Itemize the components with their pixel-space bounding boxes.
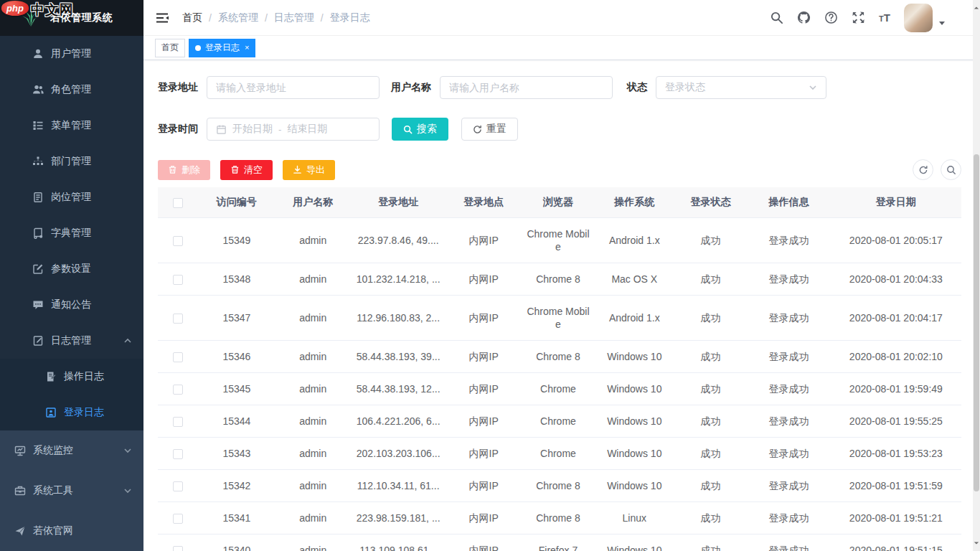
sidebar-item-notice[interactable]: 通知公告	[0, 287, 143, 323]
user-name-group: 用户名称	[391, 76, 613, 99]
sidebar-item-dict-mgmt[interactable]: 字典管理	[0, 215, 143, 251]
search-button[interactable]: 搜索	[392, 118, 448, 141]
row-checkbox[interactable]	[173, 449, 183, 459]
breadcrumb-home[interactable]: 首页	[182, 11, 202, 24]
row-checkbox[interactable]	[173, 352, 183, 362]
table-toolbar: 删除 清空 导出	[158, 159, 961, 180]
filter-row-2: 登录时间 开始日期 - 结束日期 搜索 重置	[158, 118, 961, 141]
row-checkbox[interactable]	[173, 514, 183, 524]
clear-button-label: 清空	[244, 164, 263, 176]
row-checkbox[interactable]	[173, 546, 183, 551]
cell-browser: Chrome 8	[522, 469, 594, 501]
fullscreen-icon[interactable]	[852, 11, 865, 24]
cell-login-location: 内网IP	[446, 372, 522, 405]
sidebar-item-login-log[interactable]: 登录日志	[0, 395, 143, 430]
select-all-checkbox[interactable]	[173, 198, 183, 208]
scrollbar-thumb[interactable]	[974, 154, 979, 491]
tags-view-bar: 首页 登录日志 ×	[143, 36, 980, 60]
cell-os: Windows 10	[595, 405, 674, 437]
cell-login-address: 113.109.108.61...	[351, 534, 446, 551]
logininfor-icon	[45, 407, 57, 418]
sidebar-item-oper-log[interactable]: 操作日志	[0, 359, 143, 395]
row-select-cell	[158, 501, 199, 534]
refresh-table-button[interactable]	[913, 159, 933, 180]
cell-visit-id: 15347	[199, 295, 275, 340]
table-row: 15345admin58.44.38.193, 12...内网IPChromeW…	[158, 372, 961, 405]
sidebar-item-label: 系统监控	[33, 444, 73, 457]
hamburger-icon[interactable]	[155, 11, 169, 25]
cell-login-address: 101.232.14.218, ...	[351, 263, 446, 295]
sidebar-item-label: 操作日志	[64, 370, 104, 383]
row-checkbox[interactable]	[173, 275, 183, 285]
cell-os: Windows 10	[595, 534, 674, 551]
login-address-field	[207, 76, 380, 99]
row-checkbox[interactable]	[173, 481, 183, 491]
cell-login-status: 成功	[674, 295, 747, 340]
sidebar-item-sys-tools[interactable]: 系统工具	[0, 471, 143, 511]
sidebar-item-sys-monitor[interactable]: 系统监控	[0, 430, 143, 471]
cell-login-address: 112.10.34.11, 61...	[351, 469, 446, 501]
scroll-down-arrow[interactable]	[973, 538, 980, 548]
row-checkbox[interactable]	[173, 385, 183, 395]
question-icon[interactable]	[824, 11, 838, 24]
cell-login-status: 成功	[674, 501, 747, 534]
row-checkbox[interactable]	[173, 417, 183, 427]
sidebar-item-dept-mgmt[interactable]: 部门管理	[0, 143, 143, 179]
export-button[interactable]: 导出	[283, 160, 335, 180]
github-icon[interactable]	[797, 11, 811, 24]
col-visit-id: 访问编号	[199, 187, 275, 217]
end-date-placeholder: 结束日期	[287, 123, 327, 136]
cell-login-date: 2020-08-01 20:04:33	[831, 263, 961, 295]
tab-login-log[interactable]: 登录日志 ×	[189, 39, 255, 57]
status-select[interactable]: 登录状态	[656, 76, 826, 99]
font-size-icon[interactable]: TT	[879, 12, 890, 23]
sidebar-item-official-site[interactable]: 若依官网	[0, 511, 143, 551]
cell-browser: Chrome	[522, 437, 594, 469]
user-name-input[interactable]	[449, 82, 603, 93]
cell-user-name: admin	[275, 263, 351, 295]
row-checkbox[interactable]	[173, 314, 183, 324]
reset-button[interactable]: 重置	[461, 118, 518, 141]
cell-login-status: 成功	[674, 372, 747, 405]
cell-visit-id: 15343	[199, 437, 275, 469]
close-icon[interactable]: ×	[245, 44, 249, 52]
sidebar-item-menu-mgmt[interactable]: 菜单管理	[0, 108, 143, 143]
clear-button[interactable]: 清空	[220, 160, 273, 180]
col-login-status: 登录状态	[674, 187, 747, 217]
user-menu[interactable]	[904, 4, 946, 32]
cell-visit-id: 15340	[199, 534, 275, 551]
select-all-header	[158, 187, 199, 217]
sidebar-item-param-settings[interactable]: 参数设置	[0, 251, 143, 287]
start-date-placeholder: 开始日期	[232, 123, 273, 136]
cell-login-status: 成功	[674, 340, 747, 372]
cell-login-address: 223.97.8.46, 49....	[351, 217, 446, 263]
login-address-input[interactable]	[216, 82, 370, 93]
sidebar-item-user-mgmt[interactable]: 用户管理	[0, 36, 143, 72]
sidebar-item-log-mgmt[interactable]: 日志管理	[0, 323, 143, 359]
scroll-up-arrow[interactable]	[973, 3, 980, 13]
avatar[interactable]	[904, 4, 933, 32]
row-select-cell	[158, 217, 199, 263]
column-search-button[interactable]	[941, 159, 961, 180]
cell-user-name: admin	[275, 405, 351, 437]
table-row: 15344admin106.4.221.206, 6...内网IPChromeW…	[158, 405, 961, 437]
row-checkbox[interactable]	[173, 236, 183, 246]
sidebar-item-post-mgmt[interactable]: 岗位管理	[0, 179, 143, 215]
search-icon	[403, 125, 413, 134]
post-icon	[32, 192, 44, 203]
sidebar-item-label: 角色管理	[51, 83, 91, 96]
sidebar-item-label: 若依官网	[33, 524, 73, 537]
row-select-cell	[158, 295, 199, 340]
cell-visit-id: 15346	[199, 340, 275, 372]
active-dot	[195, 45, 201, 51]
search-icon[interactable]	[770, 11, 783, 24]
sidebar-item-label: 通知公告	[51, 298, 91, 311]
date-range-picker[interactable]: 开始日期 - 结束日期	[207, 118, 380, 141]
delete-button[interactable]: 删除	[158, 160, 210, 180]
vertical-scrollbar[interactable]	[973, 0, 980, 551]
tab-home[interactable]: 首页	[155, 39, 185, 57]
trash-icon	[168, 165, 177, 174]
sidebar-item-role-mgmt[interactable]: 角色管理	[0, 72, 143, 108]
cell-login-date: 2020-08-01 19:51:15	[831, 534, 961, 551]
cell-visit-id: 15345	[199, 372, 275, 405]
